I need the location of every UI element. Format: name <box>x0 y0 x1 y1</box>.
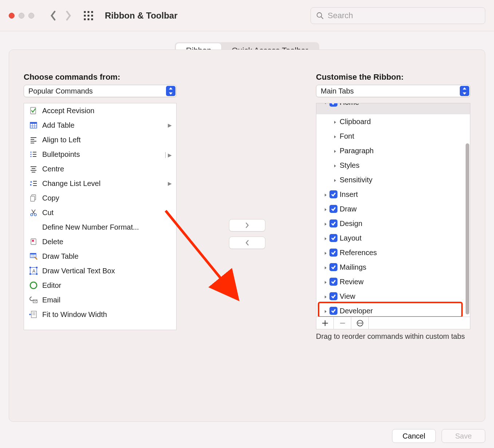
chevron-down-icon[interactable] <box>321 103 329 107</box>
remove-command-button[interactable] <box>229 237 265 249</box>
chevron-right-icon[interactable] <box>321 263 329 271</box>
command-item[interactable]: Copy <box>24 191 176 205</box>
command-item[interactable]: Change List Level▶ <box>24 176 176 191</box>
svg-rect-47 <box>36 273 37 275</box>
chevron-right-icon[interactable] <box>321 249 329 257</box>
tree-row-view[interactable]: View <box>316 289 470 304</box>
tree-label: Styles <box>340 161 359 170</box>
chevron-right-icon[interactable] <box>321 307 329 315</box>
command-item[interactable]: Delete <box>24 234 176 249</box>
command-item[interactable]: Accept Revision <box>24 103 176 118</box>
svg-rect-2 <box>91 11 93 13</box>
close-window-button[interactable] <box>9 13 15 19</box>
checkbox[interactable] <box>329 205 337 213</box>
checkbox[interactable] <box>329 234 337 242</box>
command-label: Change List Level <box>42 179 168 188</box>
command-item[interactable]: Add Table▶ <box>24 118 176 132</box>
chevron-right-icon[interactable] <box>321 205 329 213</box>
tree-row-developer[interactable]: Developer <box>316 304 470 317</box>
checkbox[interactable] <box>329 103 337 107</box>
tree-row-insert[interactable]: Insert <box>316 187 470 202</box>
chevron-right-icon[interactable] <box>331 147 339 155</box>
ribbon-column: Customise the Ribbon: Main Tabs HomeClip… <box>316 72 470 413</box>
tree-row-layout[interactable]: Layout <box>316 231 470 245</box>
svg-point-22 <box>30 154 31 155</box>
tree-row-draw[interactable]: Draw <box>316 202 470 216</box>
tree-row-child[interactable]: Sensitivity <box>316 173 470 187</box>
tree-row-references[interactable]: References <box>316 245 470 260</box>
commands-label: Choose commands from: <box>24 72 177 82</box>
tree-label: Paragraph <box>340 147 374 155</box>
tree-row-child[interactable]: Clipboard <box>316 114 470 129</box>
chevron-right-icon[interactable] <box>321 234 329 242</box>
chevron-right-icon[interactable] <box>321 219 329 228</box>
remove-tab-button[interactable] <box>334 317 351 329</box>
checkbox[interactable] <box>329 278 337 286</box>
cancel-button[interactable]: Cancel <box>392 429 436 443</box>
chevron-right-icon[interactable] <box>331 132 339 140</box>
checkbox[interactable] <box>329 292 337 300</box>
zoom-window-button[interactable] <box>28 13 34 19</box>
svg-rect-5 <box>91 15 93 16</box>
commands-source-select[interactable]: Popular Commands <box>24 85 177 97</box>
tree-row-mailings[interactable]: Mailings <box>316 260 470 274</box>
checkbox[interactable] <box>329 219 337 227</box>
add-tab-button[interactable] <box>316 317 334 329</box>
back-button[interactable] <box>49 11 58 20</box>
chevron-right-icon[interactable] <box>331 161 339 170</box>
scrollbar[interactable] <box>465 143 470 316</box>
tree-row-review[interactable]: Review <box>316 274 470 289</box>
search-field[interactable] <box>311 7 485 24</box>
tree-row-design[interactable]: Design <box>316 216 470 231</box>
command-label: Add Table <box>42 121 168 130</box>
command-item[interactable]: ADraw Vertical Text Box <box>24 263 176 278</box>
command-item[interactable]: Email <box>24 293 176 307</box>
command-item[interactable]: Cut <box>24 205 176 220</box>
svg-point-57 <box>359 322 360 324</box>
svg-rect-46 <box>29 273 31 275</box>
chevron-right-icon[interactable] <box>321 190 329 199</box>
svg-rect-35 <box>31 196 35 201</box>
command-item[interactable]: Align to Left <box>24 132 176 147</box>
ribbon-tabset-select[interactable]: Main Tabs <box>316 85 470 97</box>
ribbon-tree[interactable]: HomeClipboardFontParagraphStylesSensitiv… <box>316 103 470 317</box>
textbox-icon: A <box>29 266 38 275</box>
command-item[interactable]: Editor <box>24 278 176 293</box>
forward-button[interactable] <box>64 11 73 20</box>
tree-row-child[interactable]: Paragraph <box>316 143 470 158</box>
chevron-right-icon: ▶ <box>168 181 172 186</box>
save-button[interactable]: Save <box>442 429 485 443</box>
command-item[interactable]: Fit to Window Width <box>24 307 176 322</box>
command-label: Delete <box>42 238 172 246</box>
show-all-icon[interactable] <box>83 10 94 21</box>
chevron-right-icon[interactable] <box>321 292 329 301</box>
tree-label: References <box>340 249 377 257</box>
chevron-right-icon[interactable] <box>331 176 339 184</box>
search-input[interactable] <box>328 11 480 20</box>
window-controls <box>9 13 34 19</box>
tree-row-child[interactable]: Font <box>316 129 470 143</box>
commands-list[interactable]: Accept RevisionAdd Table▶Align to LeftBu… <box>24 103 177 330</box>
chevron-right-icon[interactable] <box>331 118 339 126</box>
checkbox[interactable] <box>329 190 337 198</box>
fitwidth-icon <box>29 310 38 319</box>
tree-row-home[interactable]: Home <box>316 103 470 114</box>
checkbox[interactable] <box>329 263 337 271</box>
chevron-right-icon[interactable] <box>321 278 329 286</box>
checkbox[interactable] <box>329 307 337 315</box>
drawtable-icon <box>29 252 38 261</box>
svg-rect-7 <box>88 18 90 20</box>
tree-row-child[interactable]: Styles <box>316 158 470 173</box>
add-command-button[interactable] <box>229 219 265 231</box>
command-label: Draw Table <box>42 252 172 261</box>
minimise-window-button[interactable] <box>19 13 24 19</box>
checkbox[interactable] <box>329 249 337 257</box>
listlevel-icon <box>29 179 38 188</box>
scroll-thumb[interactable] <box>466 143 469 314</box>
command-item[interactable]: Draw Table <box>24 249 176 263</box>
command-item[interactable]: Define New Number Format... <box>24 220 176 234</box>
command-label: Copy <box>42 194 172 202</box>
settings-button[interactable] <box>351 317 369 329</box>
command-item[interactable]: Bulletpoints▶ <box>24 147 176 162</box>
command-item[interactable]: Centre <box>24 162 176 176</box>
